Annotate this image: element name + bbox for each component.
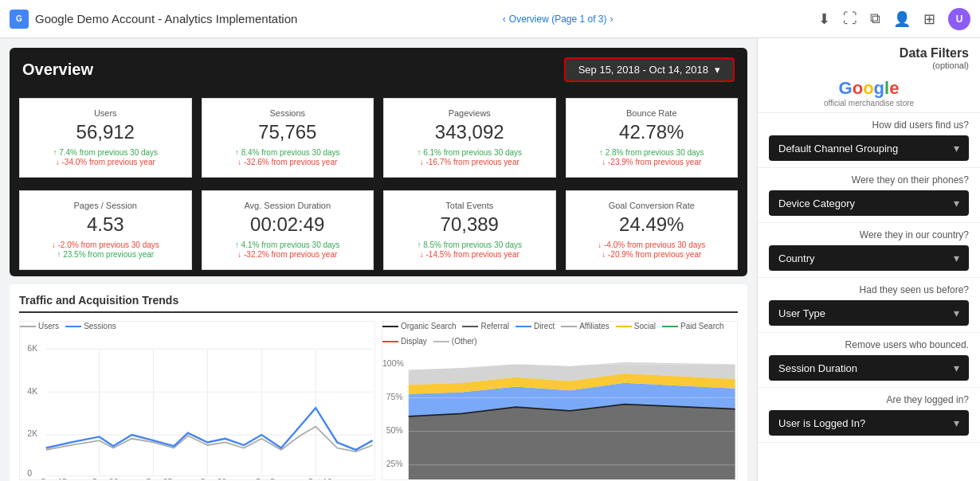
avatar[interactable]: U: [948, 8, 970, 30]
metric-pageviews-change2: ↓ -16.7% from previous year: [397, 158, 543, 166]
traffic-card: Traffic and Acquisition Trends Users Ses…: [10, 284, 747, 481]
filter-logged-in-question: Are they logged in?: [769, 394, 969, 405]
metric-total-events-change1: ↑ 8.5% from previous 30 days: [397, 240, 543, 249]
filter-session-duration-dropdown[interactable]: Session Duration ▾: [769, 355, 969, 381]
metric-bounce-rate-change1: ↑ 2.8% from previous 30 days: [579, 148, 725, 157]
filter-device-dropdown[interactable]: Device Category ▾: [769, 190, 969, 216]
svg-text:Oct 5: Oct 5: [255, 477, 275, 480]
chevron-down-icon: ▾: [954, 142, 959, 154]
date-range-button[interactable]: Sep 15, 2018 - Oct 14, 2018 ▾: [564, 57, 735, 82]
overview-title: Overview: [22, 61, 93, 79]
header-left: G Google Demo Account - Analytics Implem…: [10, 10, 297, 29]
metric-goal-conversion-value: 24.49%: [579, 213, 725, 236]
app-header: G Google Demo Account - Analytics Implem…: [0, 0, 980, 38]
filter-user-type-question: Had they seen us before?: [769, 284, 969, 295]
app-logo-icon: G: [10, 10, 29, 29]
filter-user-type: Had they seen us before? User Type ▾: [758, 278, 980, 333]
svg-text:Sep 15: Sep 15: [41, 477, 67, 480]
filter-country-question: Were they in our country?: [769, 229, 969, 240]
metric-sessions-label: Sessions: [215, 108, 361, 118]
metric-pages-session-label: Pages / Session: [33, 201, 178, 210]
svg-marker-25: [409, 405, 735, 480]
metric-users-changes: ↑ 7.4% from previous 30 days ↓ -34.0% fr…: [33, 148, 178, 166]
metric-bounce-rate-changes: ↑ 2.8% from previous 30 days ↓ -23.9% fr…: [579, 148, 725, 166]
date-range-text: Sep 15, 2018 - Oct 14, 2018: [578, 64, 708, 76]
line-chart-legend: Users Sessions: [20, 322, 374, 330]
filter-device-label: Device Category: [778, 197, 855, 209]
metric-pageviews-label: Pageviews: [397, 108, 543, 118]
metric-pageviews-changes: ↑ 6.1% from previous 30 days ↓ -16.7% fr…: [397, 148, 543, 166]
filter-channel: How did users find us? Default Channel G…: [758, 113, 980, 168]
overview-card: Overview Sep 15, 2018 - Oct 14, 2018 ▾ U…: [10, 48, 747, 276]
svg-text:50%: 50%: [386, 425, 403, 435]
metric-session-duration: Avg. Session Duration 00:02:49 ↑ 4.1% fr…: [202, 190, 374, 270]
metric-total-events: Total Events 70,389 ↑ 8.5% from previous…: [383, 190, 556, 270]
add-user-icon[interactable]: 👤: [893, 10, 911, 28]
svg-text:Oct 10: Oct 10: [308, 477, 332, 480]
chevron-down-icon: ▾: [954, 307, 959, 319]
filter-session-duration-question: Remove users who bounced.: [769, 339, 969, 350]
filter-channel-label: Default Channel Grouping: [778, 143, 898, 154]
metric-users-change2: ↓ -34.0% from previous year: [33, 158, 178, 166]
legend-other: (Other): [433, 337, 477, 346]
svg-text:75%: 75%: [386, 392, 403, 401]
filter-logged-in-dropdown[interactable]: User is Logged In? ▾: [769, 410, 969, 436]
metrics-row-2: Pages / Session 4.53 ↓ -2.0% from previo…: [10, 184, 747, 276]
metric-sessions: Sessions 75,765 ↑ 8.4% from previous 30 …: [202, 98, 374, 178]
charts-row: Users Sessions 6K 4K 2K 0: [19, 321, 738, 480]
download-icon[interactable]: ⬇: [818, 10, 830, 28]
filter-channel-dropdown[interactable]: Default Channel Grouping ▾: [769, 135, 969, 161]
legend-affiliates: Affiliates: [561, 322, 610, 330]
chevron-down-icon: ▾: [954, 197, 959, 209]
copy-icon[interactable]: ⧉: [870, 10, 880, 27]
line-chart-svg: 6K 4K 2K 0: [20, 334, 374, 480]
metric-session-duration-change1: ↑ 4.1% from previous 30 days: [215, 240, 361, 249]
header-right: ⬇ ⛶ ⧉ 👤 ⊞ U: [818, 8, 970, 30]
metric-pageviews: Pageviews 343,092 ↑ 6.1% from previous 3…: [383, 98, 556, 178]
area-chart: Organic Search Referral Direct Affi: [382, 321, 738, 480]
chevron-left-icon: ‹: [503, 14, 506, 25]
metric-total-events-value: 70,389: [397, 213, 543, 236]
filter-user-type-label: User Type: [778, 307, 825, 319]
legend-sessions: Sessions: [65, 322, 116, 330]
legend-sessions-label: Sessions: [84, 322, 116, 330]
svg-text:4K: 4K: [27, 386, 37, 396]
traffic-title: Traffic and Acquisition Trends: [19, 294, 738, 313]
breadcrumb-text[interactable]: Overview (Page 1 of 3): [509, 14, 607, 25]
legend-display: Display: [382, 337, 427, 346]
line-chart: Users Sessions 6K 4K 2K 0: [19, 321, 375, 480]
filter-session-duration: Remove users who bounced. Session Durati…: [758, 333, 980, 388]
sidebar-title: Data Filters: [769, 46, 969, 61]
metric-session-duration-change2: ↓ -32.2% from previous year: [215, 250, 361, 259]
svg-text:Sep 20: Sep 20: [92, 477, 118, 480]
metric-sessions-change1: ↑ 8.4% from previous 30 days: [215, 148, 361, 157]
filter-country-label: Country: [778, 252, 815, 264]
area-chart-legend: Organic Search Referral Direct Affi: [382, 322, 737, 346]
metric-sessions-value: 75,765: [215, 121, 361, 143]
filter-session-duration-label: Session Duration: [778, 362, 857, 374]
filter-device-question: Were they on their phones?: [769, 174, 969, 186]
metric-bounce-rate-change2: ↓ -23.9% from previous year: [579, 158, 725, 166]
chevron-down-icon: ▾: [954, 416, 959, 429]
metric-pageviews-change1: ↑ 6.1% from previous 30 days: [397, 148, 543, 157]
merchandise-text: official merchandise store: [758, 99, 980, 108]
filter-device: Were they on their phones? Device Catego…: [758, 168, 980, 223]
grid-icon[interactable]: ⊞: [923, 10, 935, 28]
filter-logged-in-label: User is Logged In?: [778, 417, 865, 429]
svg-text:Sep 25: Sep 25: [146, 477, 172, 480]
overview-header: Overview Sep 15, 2018 - Oct 14, 2018 ▾: [10, 48, 747, 92]
sidebar-subtitle: (optional): [769, 61, 969, 70]
metric-goal-conversion-changes: ↓ -4.0% from previous 30 days ↓ -20.9% f…: [579, 240, 725, 259]
metric-users-label: Users: [33, 108, 178, 118]
metric-bounce-rate-value: 42.78%: [579, 121, 725, 143]
metric-goal-conversion-change1: ↓ -4.0% from previous 30 days: [579, 240, 725, 249]
legend-social: Social: [616, 322, 656, 330]
filter-user-type-dropdown[interactable]: User Type ▾: [769, 300, 969, 326]
metrics-row-1: Users 56,912 ↑ 7.4% from previous 30 day…: [10, 92, 747, 184]
fullscreen-icon[interactable]: ⛶: [843, 10, 857, 27]
filter-country: Were they in our country? Country ▾: [758, 223, 980, 278]
svg-text:25%: 25%: [386, 459, 403, 468]
filter-country-dropdown[interactable]: Country ▾: [769, 245, 969, 271]
legend-users-label: Users: [38, 322, 59, 330]
metric-bounce-rate-label: Bounce Rate: [579, 108, 725, 118]
